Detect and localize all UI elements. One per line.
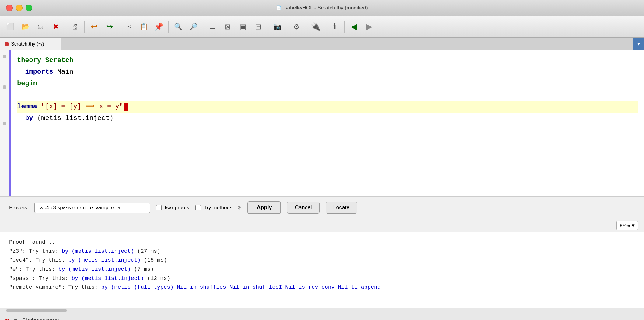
scratch-tab[interactable]: Scratch.thy (~/) bbox=[0, 38, 61, 50]
tab-expand-button[interactable]: ▾ bbox=[633, 38, 644, 50]
redo-button[interactable]: ↪ bbox=[102, 20, 116, 34]
output-line-1: "z3": Try this: by (metis list.inject) (… bbox=[9, 247, 635, 256]
new-button[interactable]: ⬜ bbox=[3, 20, 17, 34]
provers-dropdown[interactable]: cvc4 z3 spass e remote_vampire ▼ bbox=[34, 203, 150, 213]
help-button[interactable]: ℹ bbox=[328, 20, 342, 34]
tab-modified-indicator bbox=[5, 42, 9, 46]
isar-proofs-label: Isar proofs bbox=[165, 205, 189, 211]
code-line-6: by ( metis list.inject ) bbox=[17, 113, 638, 124]
sep2 bbox=[84, 21, 85, 33]
provers-label: Provers: bbox=[9, 205, 28, 211]
win2-button[interactable]: ⊠ bbox=[221, 20, 235, 34]
code-line-3: begin bbox=[17, 78, 638, 89]
spass-link[interactable]: by (metis list.inject) bbox=[72, 275, 144, 281]
keyword-imports: imports bbox=[17, 67, 53, 77]
sep6 bbox=[268, 21, 268, 33]
output-line-3: "e": Try this: by (metis list.inject) (7… bbox=[9, 265, 635, 274]
recent-button[interactable]: 🗂 bbox=[33, 20, 47, 34]
e-label: "e": Try this: bbox=[9, 266, 58, 272]
cancel-button[interactable]: Cancel bbox=[287, 202, 319, 214]
undo-button[interactable]: ↩ bbox=[87, 20, 101, 34]
copy-button[interactable]: 📋 bbox=[137, 20, 151, 34]
findreplace-button[interactable]: 🔎 bbox=[186, 20, 200, 34]
lemma-space bbox=[37, 101, 41, 112]
win3-button[interactable]: ▣ bbox=[236, 20, 250, 34]
code-editor[interactable]: theory Scratch imports Main begin lemma … bbox=[11, 50, 644, 196]
sep1 bbox=[65, 21, 65, 33]
expand-arrow-icon[interactable]: ▼ bbox=[13, 318, 19, 320]
close-window-button[interactable] bbox=[6, 5, 13, 11]
sep7 bbox=[287, 21, 287, 33]
print-button[interactable]: 🖨 bbox=[68, 20, 82, 34]
screenshot-button[interactable]: 📷 bbox=[270, 20, 284, 34]
sep3 bbox=[119, 21, 119, 33]
find-button[interactable]: 🔍 bbox=[171, 20, 185, 34]
e-time: (7 ms) bbox=[131, 266, 154, 272]
cut-button[interactable]: ✂ bbox=[121, 20, 135, 34]
win4-button[interactable]: ⊟ bbox=[251, 20, 265, 34]
win1-button[interactable]: ▭ bbox=[205, 20, 219, 34]
output-line-4: "spass": Try this: by (metis list.inject… bbox=[9, 274, 635, 283]
zoom-value: 85% bbox=[620, 223, 630, 229]
lemma-conclusion: x = y" bbox=[99, 101, 123, 112]
tab-label: Scratch.thy (~/) bbox=[11, 41, 44, 47]
cvc4-label: "cvc4": Try this: bbox=[9, 257, 68, 263]
sep8 bbox=[306, 21, 306, 33]
gutter-marker-3[interactable] bbox=[3, 122, 6, 125]
paste-button[interactable]: 📌 bbox=[152, 20, 166, 34]
isar-proofs-group: Isar proofs bbox=[156, 205, 189, 211]
spass-label: "spass": Try this: bbox=[9, 275, 72, 281]
window-controls[interactable] bbox=[6, 5, 32, 11]
editor-area: theory Scratch imports Main begin lemma … bbox=[0, 50, 644, 197]
doc-icon: 📄 bbox=[276, 5, 281, 10]
spass-time: (12 ms) bbox=[144, 275, 170, 281]
back-button[interactable]: ◀ bbox=[347, 20, 361, 34]
apply-button[interactable]: Apply bbox=[247, 201, 281, 214]
sep9 bbox=[325, 21, 325, 33]
window-title: 📄 Isabelle/HOL - Scratch.thy (modified) bbox=[276, 5, 368, 11]
cvc4-link[interactable]: by (metis list.inject) bbox=[68, 257, 141, 263]
spinner-icon: ⚙ bbox=[237, 205, 241, 210]
open-paren: ( bbox=[37, 113, 41, 123]
sep5 bbox=[203, 21, 203, 33]
zoom-arrow-icon: ▾ bbox=[632, 222, 635, 229]
lemma-string: "[x] = [y] bbox=[41, 101, 81, 112]
locate-button[interactable]: Locate bbox=[326, 202, 357, 214]
code-line-2: imports Main bbox=[17, 66, 638, 78]
forward-button[interactable]: ▶ bbox=[362, 20, 376, 34]
try-methods-checkbox[interactable] bbox=[195, 205, 201, 210]
bottom-panel: ✖ ▼ Sledgehammer bbox=[0, 313, 644, 320]
output-console: Proof found... "z3": Try this: by (metis… bbox=[0, 232, 644, 308]
e-link[interactable]: by (metis list.inject) bbox=[58, 266, 131, 272]
open-button[interactable]: 📂 bbox=[18, 20, 32, 34]
gutter-marker-1[interactable] bbox=[3, 55, 6, 58]
keyword-by: by bbox=[17, 113, 33, 123]
try-methods-group: Try methods ⚙ bbox=[195, 205, 242, 211]
keyword-theory: theory Scratch bbox=[17, 55, 73, 66]
close-button[interactable]: ✖ bbox=[49, 20, 63, 34]
isar-proofs-checkbox[interactable] bbox=[156, 205, 162, 210]
code-line-4 bbox=[17, 89, 638, 101]
tabbar: Scratch.thy (~/) ▾ bbox=[0, 38, 644, 50]
scroll-thumb[interactable] bbox=[6, 309, 67, 312]
plugin-button[interactable]: 🔌 bbox=[309, 20, 323, 34]
main-toolbar: ⬜ 📂 🗂 ✖ 🖨 ↩ ↪ ✂ 📋 📌 🔍 🔎 ▭ ⊠ ▣ ⊟ 📷 ⚙ 🔌 ℹ … bbox=[0, 16, 644, 38]
output-line-5: "remote_vampire": Try this: by (metis (f… bbox=[9, 283, 635, 292]
maximize-window-button[interactable] bbox=[26, 5, 32, 11]
zoom-selector[interactable]: 85% ▾ bbox=[616, 221, 638, 230]
vampire-link[interactable]: by (metis (full_types) Nil_in_shuffles N… bbox=[101, 284, 380, 290]
output-topbar: 85% ▾ bbox=[0, 219, 644, 232]
code-line-1: theory Scratch bbox=[17, 55, 638, 66]
output-line-2: "cvc4": Try this: by (metis list.inject)… bbox=[9, 256, 635, 265]
gutter-marker-2[interactable] bbox=[3, 85, 6, 89]
implication-arrow: ⟹ bbox=[81, 101, 99, 112]
settings-button[interactable]: ⚙ bbox=[289, 20, 303, 34]
tab-spacer bbox=[61, 38, 633, 50]
z3-time: (27 ms) bbox=[134, 248, 160, 254]
minimize-window-button[interactable] bbox=[16, 5, 23, 11]
imports-value: Main bbox=[53, 67, 73, 77]
try-methods-label: Try methods bbox=[204, 205, 233, 211]
error-icon: ✖ bbox=[5, 318, 9, 320]
titlebar: 📄 Isabelle/HOL - Scratch.thy (modified) bbox=[0, 0, 644, 16]
z3-link[interactable]: by (metis list.inject) bbox=[62, 248, 134, 254]
